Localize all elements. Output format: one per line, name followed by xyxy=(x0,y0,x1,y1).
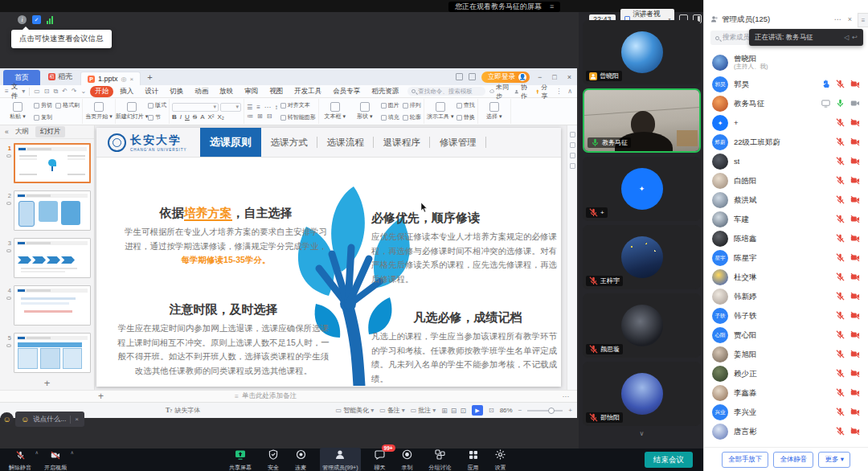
font-size-select[interactable]: ▾ xyxy=(220,103,241,112)
panel-close-icon[interactable]: × xyxy=(848,15,852,23)
slide-thumbnail-5[interactable] xyxy=(14,333,91,373)
member-row-曾晓阳[interactable]: 曾晓阳(主持人、我) xyxy=(704,50,868,75)
ribbon-button-新建幻灯片[interactable]: 新建幻灯片 ▾ xyxy=(118,102,145,121)
watching-screen-banner[interactable]: 您正在观看教务马征的屏幕 ≡ xyxy=(448,2,560,12)
cam-gray-icon[interactable] xyxy=(850,96,860,111)
slide-thumbnail-1[interactable] xyxy=(14,143,91,183)
ribbon-button-轮廓[interactable]: 轮廓 xyxy=(403,112,421,124)
menu-tab-放映[interactable]: 放映 xyxy=(215,86,238,97)
ribbon-button-对齐文本[interactable]: 对齐文本 xyxy=(280,100,316,112)
tab-pin-icon[interactable]: ◎ xyxy=(121,76,127,83)
security-shield-icon[interactable]: ✓ xyxy=(32,15,41,24)
ribbon-button-查找[interactable]: 查找 xyxy=(457,100,475,112)
mic-on-icon[interactable] xyxy=(836,96,845,111)
footer-button-全部手放下[interactable]: 全部手放下 xyxy=(722,452,769,468)
collapse-ribbon-icon[interactable]: ∧ xyxy=(567,88,572,95)
expand-caret-icon[interactable]: ∧ xyxy=(35,449,39,455)
ribbon-button-形状[interactable]: 形状 ▾ xyxy=(351,102,379,121)
footer-button-全体静音[interactable]: 全体静音 xyxy=(773,452,813,468)
zoom-out-button[interactable]: − xyxy=(518,407,522,414)
toolbar-解除静音[interactable]: 解除静音∧ xyxy=(6,448,34,471)
mic-off-icon[interactable] xyxy=(836,405,845,420)
toolbar-安全[interactable]: 安全 xyxy=(265,448,281,471)
wps-store-tab[interactable]: 稻稻壳 xyxy=(42,69,79,84)
mic-off-icon[interactable] xyxy=(836,193,845,207)
font-style-X₂[interactable]: X₂ xyxy=(217,113,223,121)
toolbar-开启视频[interactable]: 开启视频∧ xyxy=(42,448,69,471)
member-row-杜交琳[interactable]: 杜交琳 xyxy=(704,268,868,287)
collapse-panel-icon[interactable]: « xyxy=(5,128,9,136)
font-style-S[interactable]: S xyxy=(193,113,197,121)
toolbar-共享屏幕[interactable]: 共享屏幕 xyxy=(227,448,254,471)
member-row-蔡洪斌[interactable]: 蔡洪斌 xyxy=(704,190,868,210)
menu-tab-开发工具[interactable]: 开发工具 xyxy=(289,86,326,97)
member-row-贾心阳[interactable]: 心阳贾心阳 xyxy=(704,326,868,345)
wps-file-tab[interactable]: P 1.pptx ◎ × xyxy=(80,72,141,85)
play-slideshow-button[interactable]: ▶ xyxy=(472,405,483,416)
mic-off-icon[interactable] xyxy=(836,289,845,304)
new-tab-button[interactable]: + xyxy=(142,72,157,82)
video-tile-邵怡阳[interactable]: 邵怡阳 xyxy=(583,362,701,426)
member-row-韩新婷[interactable]: 韩新婷 xyxy=(704,287,868,306)
cam-off-icon[interactable] xyxy=(850,77,860,92)
member-row-姜旭阳[interactable]: 姜旭阳 xyxy=(704,345,868,364)
quick-chat-avatar-icon[interactable]: ☺ xyxy=(0,412,14,426)
menu-分享[interactable]: 分享 xyxy=(535,83,550,100)
zoom-slider[interactable] xyxy=(527,410,563,412)
mic-off-icon[interactable] xyxy=(836,309,845,323)
mic-off-icon[interactable] xyxy=(836,212,845,227)
panel-more-icon[interactable]: ⋯ xyxy=(834,15,841,23)
end-meeting-button[interactable]: 结束会议 xyxy=(645,452,693,468)
member-row-+[interactable]: ✦+ xyxy=(704,113,868,133)
redo-icon[interactable]: ↷ xyxy=(72,88,77,95)
member-row-唐言彬[interactable]: 唐言彬 xyxy=(704,422,868,441)
cam-off-icon[interactable] xyxy=(850,135,860,149)
toolbar-设置[interactable]: 设置 xyxy=(493,448,509,471)
ribbon-button-粘贴[interactable]: 粘贴 ▾ xyxy=(4,102,31,121)
mic-off-icon[interactable] xyxy=(836,386,845,400)
minimize-button[interactable]: − xyxy=(535,73,544,81)
current-slide[interactable]: 长安大学 CHANG'AN UNIVERSITY 选课原则选课方式选课流程退课程… xyxy=(96,128,561,387)
member-row-白皓阳[interactable]: 白皓阳 xyxy=(704,171,868,190)
paragraph-format-icons[interactable]: ☰≡⋯↕≔⊞⊟ xyxy=(247,104,278,120)
video-tile-+[interactable]: ✦+ xyxy=(583,157,701,221)
quick-chat-bubble[interactable]: ☺ 说点什么... × xyxy=(15,412,84,427)
toolbar-连麦[interactable]: 连麦 xyxy=(293,448,309,471)
cam-off-icon[interactable] xyxy=(850,212,860,227)
mic-off-icon[interactable] xyxy=(836,116,845,130)
cam-off-icon[interactable] xyxy=(850,386,860,400)
new-slide-plus-button[interactable]: + xyxy=(98,391,104,402)
save-icon[interactable]: ⊡ xyxy=(44,88,50,95)
cam-off-icon[interactable] xyxy=(850,116,860,130)
font-name-select[interactable]: ▾ xyxy=(172,103,219,112)
status-批注[interactable]: ▭批注▾ xyxy=(411,406,436,415)
slide-thumbnail-2[interactable] xyxy=(14,190,91,231)
video-tile-王梓宇[interactable]: 王梓宇 xyxy=(583,225,701,289)
menu-tab-会员专享[interactable]: 会员专享 xyxy=(328,86,365,97)
cam-off-icon[interactable] xyxy=(850,289,860,304)
status-智能美化[interactable]: ▭智能美化▾ xyxy=(336,406,375,415)
add-slide-button[interactable]: + xyxy=(0,377,94,390)
file-menu[interactable]: ≡文件▾ xyxy=(5,82,25,101)
menu-overflow-icon[interactable]: ⋮ xyxy=(555,88,562,95)
info-icon[interactable]: i xyxy=(18,15,27,24)
toolbar-应用[interactable]: 应用 xyxy=(465,448,481,471)
tab-slides[interactable]: 幻灯片 xyxy=(35,126,66,137)
expand-caret-icon[interactable]: ∧ xyxy=(71,449,74,455)
menu-tab-设计[interactable]: 设计 xyxy=(140,86,163,97)
member-row-赖少正[interactable]: 赖少正 xyxy=(704,364,868,383)
mic-off-icon[interactable] xyxy=(836,231,845,246)
footer-button-更多[interactable]: 更多 ▾ xyxy=(818,452,850,468)
toolbar-聊天[interactable]: 聊天99+ xyxy=(372,448,388,471)
member-row-郭昊[interactable]: 郭昊郭昊 xyxy=(704,75,868,94)
font-style-X²[interactable]: X² xyxy=(207,113,214,121)
ribbon-button-填充[interactable]: 填充 xyxy=(381,112,399,124)
mic-off-icon[interactable] xyxy=(836,135,845,149)
quick-chat-placeholder[interactable]: 说点什么... xyxy=(33,415,66,424)
menu-tab-插入[interactable]: 插入 xyxy=(115,86,138,97)
cam-off-icon[interactable] xyxy=(850,270,860,285)
ribbon-button-替换[interactable]: 替换 xyxy=(457,112,475,124)
ribbon-button-排列[interactable]: 排列 xyxy=(403,100,421,112)
font-style-U[interactable]: U xyxy=(185,113,190,121)
font-style-A[interactable]: A xyxy=(200,113,204,121)
